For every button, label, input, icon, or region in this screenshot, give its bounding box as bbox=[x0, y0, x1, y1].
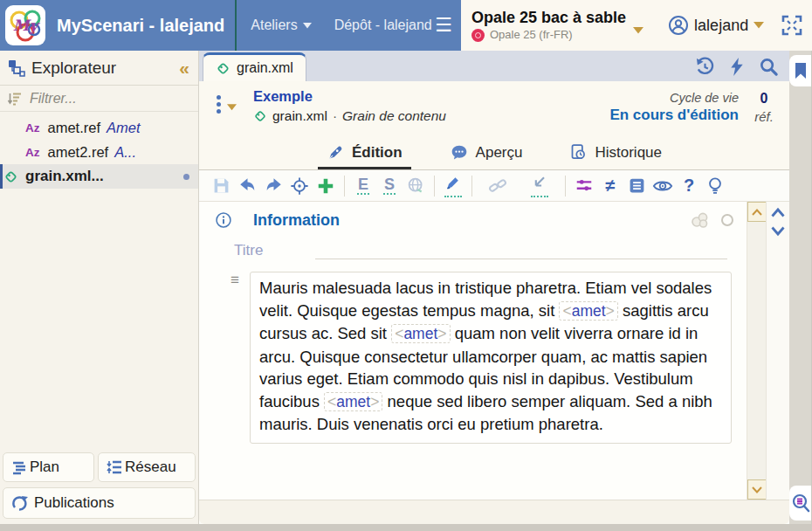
filter-settings-button[interactable] bbox=[571, 174, 597, 198]
explorer-item-list: Az amet.ref Amet Az amet2.ref A... grain… bbox=[0, 112, 198, 189]
lifecycle-block: Cycle de vie En cours d'édition bbox=[609, 88, 739, 135]
paragraph-row: ≡ Mauris malesuada lacus in tristique ph… bbox=[215, 272, 747, 444]
arrow-down-left-icon bbox=[531, 175, 548, 192]
ref-az-icon: Az bbox=[25, 121, 40, 134]
chevron-down-icon bbox=[751, 486, 763, 494]
explorer-item-grain-xml[interactable]: grain.xml... bbox=[0, 164, 198, 189]
tab-apercu[interactable]: Aperçu bbox=[446, 135, 526, 169]
sliders-icon bbox=[575, 176, 594, 196]
scroll-down-button[interactable] bbox=[747, 479, 767, 500]
modified-dot bbox=[183, 174, 189, 180]
comment-cluster-icon[interactable] bbox=[689, 210, 712, 230]
references-block[interactable]: 0 réf. bbox=[739, 88, 789, 135]
editor-scrollbar bbox=[747, 202, 766, 500]
editor-area: Information bbox=[199, 202, 789, 500]
special-style-button[interactable]: S bbox=[376, 174, 403, 198]
collapse-sidebar-icon[interactable]: « bbox=[179, 59, 189, 77]
logo-flower-icon: My bbox=[5, 5, 45, 45]
save-button[interactable] bbox=[208, 174, 234, 198]
help-button[interactable]: ? bbox=[676, 174, 702, 198]
status-circle-icon[interactable] bbox=[720, 213, 734, 227]
lifecycle-status[interactable]: En cours d'édition bbox=[609, 106, 739, 124]
kebab-menu-icon[interactable] bbox=[217, 95, 221, 114]
sidebar-spacer bbox=[0, 189, 198, 450]
nav-depot[interactable]: Dépôt - lalejand bbox=[334, 17, 432, 33]
undo-button[interactable] bbox=[234, 174, 260, 198]
explorer-title: Explorateur bbox=[31, 59, 179, 78]
next-section-icon[interactable] bbox=[770, 225, 786, 237]
tab-historique[interactable]: Historique bbox=[566, 135, 665, 169]
workspace-caret-icon[interactable] bbox=[633, 27, 643, 34]
prev-section-icon[interactable] bbox=[770, 207, 786, 218]
nav-ateliers[interactable]: Ateliers bbox=[251, 17, 311, 33]
outline-list-button[interactable] bbox=[623, 174, 650, 198]
differences-button[interactable]: ≠ bbox=[597, 174, 623, 198]
scroll-up-button[interactable] bbox=[747, 202, 767, 222]
section-nav bbox=[766, 202, 789, 500]
fullscreen-icon[interactable] bbox=[781, 14, 803, 37]
undo-icon bbox=[237, 176, 258, 196]
publications-button[interactable]: Publications bbox=[3, 487, 196, 519]
scroll-track[interactable] bbox=[747, 222, 766, 479]
explorer-item-amet2-ref[interactable]: Az amet2.ref A... bbox=[0, 140, 198, 164]
explorer-tree-icon bbox=[7, 59, 25, 77]
view-tabs: Édition Aperçu Historique bbox=[199, 135, 789, 170]
redo-button[interactable] bbox=[260, 174, 286, 198]
inline-edit-button[interactable] bbox=[440, 174, 466, 198]
hyperlink-button[interactable] bbox=[485, 174, 511, 198]
doc-caret-icon[interactable] bbox=[227, 104, 237, 111]
editor-content[interactable]: Information bbox=[199, 202, 747, 500]
eye-icon bbox=[652, 177, 673, 195]
add-button[interactable] bbox=[313, 174, 339, 198]
myscenari-logo[interactable]: My bbox=[5, 5, 45, 45]
globe-link-button[interactable] bbox=[403, 174, 429, 198]
document-subtitle: grain.xml · Grain de contenu bbox=[253, 108, 446, 125]
hamburger-menu-icon[interactable]: ☰ bbox=[435, 16, 452, 35]
preview-source-button[interactable] bbox=[650, 174, 676, 198]
svg-text:My: My bbox=[13, 17, 41, 34]
titre-field[interactable] bbox=[315, 242, 727, 259]
references-count: 0 bbox=[739, 90, 789, 108]
plan-button[interactable]: Plan bbox=[3, 452, 94, 482]
right-dock bbox=[789, 51, 811, 524]
header-nav: Ateliers Dépôt - lalejand bbox=[251, 17, 435, 33]
paragraph-text: Mauris malesuada lacus in tristique phar… bbox=[259, 279, 712, 433]
references-label: réf. bbox=[739, 108, 789, 126]
lightning-icon[interactable] bbox=[728, 57, 746, 77]
amet-chip[interactable]: <amet> bbox=[559, 301, 617, 321]
grain-content-icon bbox=[216, 61, 231, 76]
explorer-item-amet-ref[interactable]: Az amet.ref Amet bbox=[0, 115, 198, 140]
block-handle-icon[interactable]: ≡ bbox=[231, 272, 250, 444]
pen-icon bbox=[327, 143, 345, 162]
search-icon[interactable] bbox=[759, 57, 779, 77]
bookmark-dock-button[interactable] bbox=[789, 55, 811, 86]
insert-into-button[interactable] bbox=[526, 174, 553, 198]
toolbar-separator bbox=[565, 176, 566, 197]
section-actions bbox=[689, 210, 734, 230]
filter-row bbox=[0, 86, 198, 112]
publications-icon bbox=[10, 493, 30, 513]
filter-sort-icon bbox=[7, 91, 23, 107]
speech-bubble-icon bbox=[450, 143, 469, 162]
reseau-button[interactable]: Réseau bbox=[98, 452, 196, 482]
grain-content-icon bbox=[253, 109, 267, 123]
workspace-selector[interactable]: Opale 25 bac à sable Opale 25 (fr-FR) bbox=[471, 9, 626, 42]
paragraph-editor[interactable]: Mauris malesuada lacus in tristique phar… bbox=[250, 272, 732, 444]
app-window: My MyScenari - lalejand Ateliers Dépôt -… bbox=[0, 0, 812, 531]
emphasis-button[interactable]: E bbox=[350, 174, 376, 198]
suggestion-button[interactable] bbox=[702, 174, 728, 198]
history-icon[interactable] bbox=[695, 57, 715, 77]
document-header: Exemple grain.xml · Grain de contenu Cyc… bbox=[199, 81, 789, 135]
search-dock-button[interactable] bbox=[789, 486, 811, 521]
ref-az-icon: Az bbox=[25, 146, 40, 159]
amet-chip[interactable]: <amet> bbox=[391, 324, 450, 343]
user-menu[interactable]: lalejand bbox=[668, 15, 764, 36]
tab-grain-xml[interactable]: grain.xml bbox=[203, 52, 306, 81]
tabstrip-actions bbox=[695, 57, 789, 81]
tab-edition[interactable]: Édition bbox=[323, 135, 406, 169]
filter-input[interactable] bbox=[30, 91, 161, 107]
titre-field-row: Titre bbox=[215, 242, 747, 259]
amet-chip[interactable]: <amet> bbox=[324, 392, 382, 411]
locate-button[interactable] bbox=[286, 174, 313, 198]
workspace-title: Opale 25 bac à sable bbox=[471, 9, 626, 27]
